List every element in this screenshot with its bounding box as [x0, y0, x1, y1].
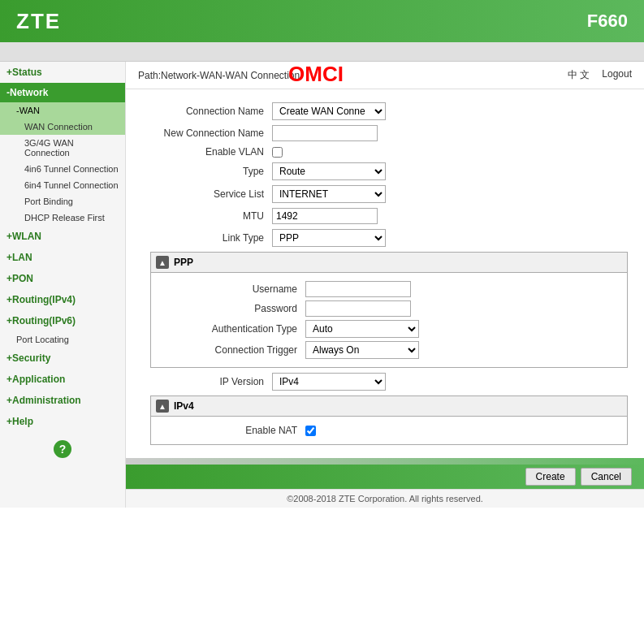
sidebar-item-lan[interactable]: +LAN [0, 247, 125, 268]
service-list-select[interactable]: INTERNET TR069 VOIP OTHER [272, 185, 386, 203]
link-type-row: Link Type PPP IPoE [142, 229, 628, 247]
sidebar-item-wlan[interactable]: +WLAN [0, 226, 125, 247]
new-connection-name-label: New Connection Name [142, 128, 272, 139]
sidebar-item-port-binding[interactable]: Port Binding [0, 193, 125, 210]
main-layout: +Status -Network -WAN WAN Connection 3G/… [0, 62, 644, 508]
ipv4-collapse-btn[interactable]: ▲ [156, 400, 169, 413]
header: ZTE F660 [0, 0, 644, 42]
conn-trigger-label: Connection Trigger [159, 344, 305, 356]
ip-version-label: IP Version [142, 376, 272, 387]
sidebar-item-status[interactable]: +Status [0, 62, 125, 83]
enable-nat-checkbox[interactable] [305, 426, 316, 436]
sidebar-item-wan[interactable]: -WAN [0, 102, 125, 119]
password-row: Password [159, 300, 619, 317]
ip-version-row: IP Version IPv4 IPv6 IPv4/IPv6 [142, 373, 628, 391]
logout-link[interactable]: Logout [602, 68, 632, 82]
sidebar-item-application[interactable]: +Application [0, 369, 125, 390]
connection-name-label: Connection Name [142, 106, 272, 117]
cancel-button[interactable]: Cancel [581, 468, 632, 486]
path-bar: Path:Network-WAN-WAN Connection OMCI 中 文… [126, 62, 644, 89]
sidebar-item-routing-ipv4[interactable]: +Routing(IPv4) [0, 289, 125, 310]
logo: ZTE [16, 9, 61, 34]
username-row: Username [159, 281, 619, 297]
link-type-select[interactable]: PPP IPoE [272, 229, 386, 247]
password-label: Password [159, 303, 305, 314]
type-row: Type Route Bridge [142, 162, 628, 180]
connection-name-select[interactable]: Create WAN Conne [272, 102, 386, 120]
conn-trigger-select[interactable]: Always On On Demand Manual [305, 341, 419, 359]
sidebar-item-routing-ipv6[interactable]: +Routing(IPv6) [0, 310, 125, 331]
auth-type-label: Authentication Type [159, 323, 305, 335]
ipv4-section-title: IPv4 [174, 400, 194, 412]
service-list-row: Service List INTERNET TR069 VOIP OTHER [142, 185, 628, 203]
sidebar-item-help[interactable]: +Help [0, 411, 125, 432]
path-text: Path:Network-WAN-WAN Connection [138, 70, 300, 81]
conn-trigger-row: Connection Trigger Always On On Demand M… [159, 341, 619, 359]
top-nav [0, 42, 644, 62]
sidebar-item-security[interactable]: +Security [0, 348, 125, 369]
ppp-section-header: ▲ PPP [151, 253, 627, 273]
help-icon[interactable]: ? [54, 440, 71, 458]
auth-type-row: Authentication Type Auto PAP CHAP MS-CHA… [159, 320, 619, 338]
ipv4-section-header: ▲ IPv4 [151, 396, 627, 417]
connection-name-row: Connection Name Create WAN Conne [142, 102, 628, 120]
sidebar: +Status -Network -WAN WAN Connection 3G/… [0, 62, 126, 508]
ppp-collapse-btn[interactable]: ▲ [156, 256, 169, 269]
link-type-label: Link Type [142, 232, 272, 244]
sidebar-item-administration[interactable]: +Administration [0, 390, 125, 411]
lang-link[interactable]: 中 文 [568, 68, 590, 82]
create-button[interactable]: Create [525, 468, 576, 486]
sidebar-item-6in4[interactable]: 6in4 Tunnel Connection [0, 177, 125, 193]
divider-strip [126, 458, 644, 465]
enable-nat-row: Enable NAT [159, 425, 619, 436]
ipv4-section: ▲ IPv4 Enable NAT [150, 395, 628, 445]
sidebar-item-network[interactable]: -Network [0, 83, 125, 102]
sidebar-item-3g4g[interactable]: 3G/4G WAN Connection [0, 135, 125, 161]
enable-nat-label: Enable NAT [159, 425, 305, 436]
type-select[interactable]: Route Bridge [272, 162, 386, 180]
enable-vlan-row: Enable VLAN [142, 146, 628, 158]
username-label: Username [159, 283, 305, 295]
username-input[interactable] [305, 281, 411, 297]
ppp-section-title: PPP [174, 257, 193, 268]
sidebar-item-wan-connection[interactable]: WAN Connection [0, 119, 125, 135]
path-links: 中 文 Logout [568, 68, 632, 82]
mtu-input[interactable] [272, 208, 378, 224]
auth-type-select[interactable]: Auto PAP CHAP MS-CHAP [305, 320, 419, 338]
content: Path:Network-WAN-WAN Connection OMCI 中 文… [126, 62, 644, 508]
ipv4-section-content: Enable NAT [151, 417, 627, 444]
new-connection-name-input[interactable] [272, 125, 378, 141]
omci-label: OMCI [288, 62, 344, 87]
password-input[interactable] [305, 300, 411, 317]
form-area: Connection Name Create WAN Conne New Con… [126, 89, 644, 458]
sidebar-item-4in6[interactable]: 4in6 Tunnel Connection [0, 161, 125, 177]
model: F660 [587, 11, 628, 32]
ppp-section-content: Username Password Authentication Type Au… [151, 273, 627, 367]
mtu-row: MTU [142, 208, 628, 224]
mtu-label: MTU [142, 210, 272, 222]
type-label: Type [142, 166, 272, 177]
sidebar-item-dhcp-release[interactable]: DHCP Release First [0, 210, 125, 226]
footer-bar: Create Cancel [126, 465, 644, 489]
ip-version-select[interactable]: IPv4 IPv6 IPv4/IPv6 [272, 373, 386, 391]
enable-vlan-checkbox[interactable] [272, 147, 283, 158]
copyright: ©2008-2018 ZTE Corporation. All rights r… [126, 489, 644, 508]
sidebar-item-port-locating[interactable]: Port Locating [0, 331, 125, 348]
new-connection-name-row: New Connection Name [142, 125, 628, 141]
service-list-label: Service List [142, 188, 272, 200]
ppp-section: ▲ PPP Username Password Authentication T… [150, 252, 628, 368]
sidebar-item-pon[interactable]: +PON [0, 268, 125, 289]
enable-vlan-label: Enable VLAN [142, 146, 272, 158]
